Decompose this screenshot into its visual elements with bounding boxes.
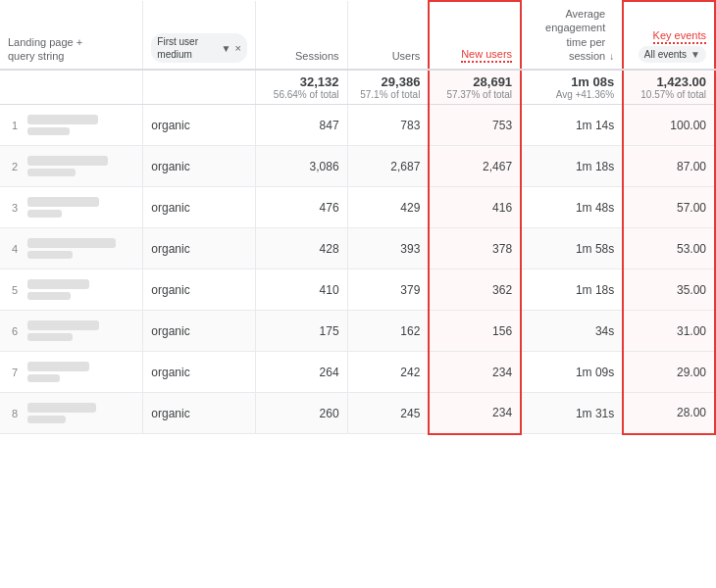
users-cell: 245 xyxy=(347,393,429,434)
key-events-cell: 35.00 xyxy=(623,270,715,311)
key-events-cell: 28.00 xyxy=(623,393,715,434)
key-events-cell: 29.00 xyxy=(623,352,715,393)
medium-cell: organic xyxy=(143,146,256,187)
avg-eng-cell: 1m 18s xyxy=(521,146,623,187)
landing-page-cell: 1 xyxy=(0,105,143,146)
table-row: 2 organic3,0862,6872,4671m 18s87.00 xyxy=(0,146,715,187)
medium-cell: organic xyxy=(143,105,256,146)
medium-cell: organic xyxy=(143,352,256,393)
key-events-cell: 100.00 xyxy=(623,105,715,146)
new-users-cell: 234 xyxy=(429,352,521,393)
sessions-header[interactable]: Sessions xyxy=(255,1,347,70)
sessions-cell: 476 xyxy=(255,187,347,228)
sessions-cell: 847 xyxy=(255,105,347,146)
sessions-cell: 3,086 xyxy=(255,146,347,187)
analytics-table: Landing page + query string First user m… xyxy=(0,0,716,435)
totals-users: 29,386 57.1% of total xyxy=(347,70,429,105)
key-events-cell: 87.00 xyxy=(623,146,715,187)
users-cell: 2,687 xyxy=(347,146,429,187)
avg-eng-cell: 1m 14s xyxy=(521,105,623,146)
new-users-cell: 416 xyxy=(429,187,521,228)
medium-cell: organic xyxy=(143,393,256,434)
new-users-header[interactable]: New users xyxy=(429,1,521,70)
table-row: 3 organic4764294161m 48s57.00 xyxy=(0,187,715,228)
row-number: 5 xyxy=(12,284,22,296)
landing-page-cell: 7 xyxy=(0,352,143,393)
avg-eng-cell: 34s xyxy=(521,311,623,352)
table-row: 7 organic2642422341m 09s29.00 xyxy=(0,352,715,393)
users-cell: 429 xyxy=(347,187,429,228)
avg-eng-header[interactable]: Average engagement time per session ↓ xyxy=(521,1,623,70)
row-number: 1 xyxy=(12,120,22,131)
users-cell: 783 xyxy=(347,105,429,146)
new-users-cell: 378 xyxy=(429,228,521,270)
landing-page-cell: 4 xyxy=(0,228,143,270)
row-number: 8 xyxy=(12,408,22,419)
row-number: 3 xyxy=(12,202,22,214)
landing-page-cell: 3 xyxy=(0,187,143,228)
medium-filter-tag[interactable]: First user medium ▼ × xyxy=(151,33,247,63)
avg-eng-cell: 1m 18s xyxy=(521,270,623,311)
new-users-cell: 2,467 xyxy=(429,146,521,187)
row-number: 2 xyxy=(12,161,22,172)
sessions-cell: 428 xyxy=(255,228,347,270)
medium-cell: organic xyxy=(143,311,256,352)
users-cell: 242 xyxy=(347,352,429,393)
key-events-cell: 31.00 xyxy=(623,311,715,352)
key-events-dropdown[interactable]: All events ▼ xyxy=(639,46,706,63)
landing-page-cell: 5 xyxy=(0,270,143,311)
new-users-cell: 753 xyxy=(429,105,521,146)
users-cell: 393 xyxy=(347,228,429,270)
table-row: 5 organic4103793621m 18s35.00 xyxy=(0,270,715,311)
landing-page-cell: 6 xyxy=(0,311,143,352)
key-events-dropdown-arrow[interactable]: ▼ xyxy=(690,48,700,61)
avg-eng-cell: 1m 09s xyxy=(521,352,623,393)
users-cell: 162 xyxy=(347,311,429,352)
new-users-cell: 234 xyxy=(429,393,521,434)
medium-header[interactable]: First user medium ▼ × xyxy=(143,1,256,70)
medium-cell: organic xyxy=(143,228,256,270)
totals-key-events: 1,423.00 10.57% of total xyxy=(623,70,715,105)
key-events-cell: 57.00 xyxy=(623,187,715,228)
table-row: 6 organic17516215634s31.00 xyxy=(0,311,715,352)
table-row: 4 organic4283933781m 58s53.00 xyxy=(0,228,715,270)
sessions-cell: 175 xyxy=(255,311,347,352)
new-users-cell: 362 xyxy=(429,270,521,311)
totals-sessions: 32,132 56.64% of total xyxy=(255,70,347,105)
users-header[interactable]: Users xyxy=(347,1,429,70)
totals-row: 32,132 56.64% of total 29,386 57.1% of t… xyxy=(0,70,715,105)
totals-landing xyxy=(0,70,143,105)
totals-new-users: 28,691 57.37% of total xyxy=(429,70,521,105)
sessions-cell: 410 xyxy=(255,270,347,311)
medium-cell: organic xyxy=(143,187,256,228)
totals-medium xyxy=(143,70,256,105)
row-number: 4 xyxy=(12,243,22,255)
row-number: 7 xyxy=(12,367,22,378)
table-row: 8 organic2602452341m 31s28.00 xyxy=(0,393,715,434)
landing-page-header: Landing page + query string xyxy=(0,1,143,70)
avg-eng-cell: 1m 58s xyxy=(521,228,623,270)
key-events-header[interactable]: Key events All events ▼ xyxy=(623,1,715,70)
users-cell: 379 xyxy=(347,270,429,311)
totals-avg-eng: 1m 08s Avg +41.36% xyxy=(521,70,623,105)
key-events-cell: 53.00 xyxy=(623,228,715,270)
new-users-cell: 156 xyxy=(429,311,521,352)
table-row: 1 organic8477837531m 14s100.00 xyxy=(0,105,715,146)
avg-eng-cell: 1m 48s xyxy=(521,187,623,228)
sort-arrow-icon[interactable]: ↓ xyxy=(609,50,614,63)
landing-page-cell: 8 xyxy=(0,393,143,434)
filter-dropdown-arrow[interactable]: ▼ xyxy=(222,42,231,55)
medium-cell: organic xyxy=(143,270,256,311)
landing-page-cell: 2 xyxy=(0,146,143,187)
sessions-cell: 260 xyxy=(255,393,347,434)
filter-close-button[interactable]: × xyxy=(234,41,240,55)
row-number: 6 xyxy=(12,325,22,337)
sessions-cell: 264 xyxy=(255,352,347,393)
avg-eng-cell: 1m 31s xyxy=(521,393,623,434)
